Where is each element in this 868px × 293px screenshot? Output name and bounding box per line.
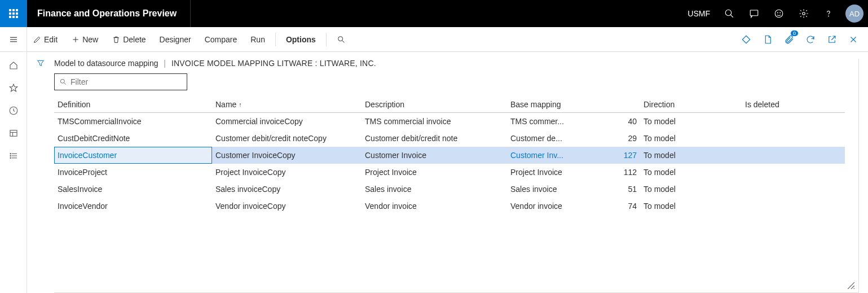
nav-toggle-button[interactable] xyxy=(0,27,27,52)
attachments-button[interactable] xyxy=(779,29,799,50)
options-button[interactable]: Options xyxy=(280,32,321,47)
app-launcher-button[interactable] xyxy=(0,0,27,27)
table-cell: To model xyxy=(640,185,742,194)
table-cell: Commercial invoiceCopy xyxy=(212,117,362,126)
hamburger-icon xyxy=(8,34,19,45)
svg-point-27 xyxy=(60,79,64,83)
search-icon xyxy=(59,78,67,86)
filter-pane-toggle[interactable] xyxy=(27,52,54,293)
table-cell: Vendor invoice xyxy=(507,202,609,211)
search-icon xyxy=(337,35,346,44)
table-cell: Sales invoice xyxy=(507,185,609,194)
company-code[interactable]: USMF xyxy=(681,9,717,18)
diamond-button[interactable] xyxy=(736,29,756,50)
table-cell: CustDebitCreditNote xyxy=(54,134,212,143)
close-button[interactable] xyxy=(843,29,863,50)
global-header: Finance and Operations Preview USMF AD xyxy=(0,0,868,27)
close-icon xyxy=(848,34,858,45)
plus-icon xyxy=(71,35,80,44)
feedback-button[interactable] xyxy=(766,0,791,27)
compare-button[interactable]: Compare xyxy=(199,32,243,47)
filter-input[interactable] xyxy=(71,77,182,86)
col-definition[interactable]: Definition xyxy=(54,100,212,109)
trash-icon xyxy=(112,35,121,44)
svg-point-4 xyxy=(777,12,778,13)
nav-recent[interactable] xyxy=(0,99,27,122)
avatar[interactable]: AD xyxy=(845,5,863,23)
run-label: Run xyxy=(250,35,265,44)
waffle-icon xyxy=(9,9,18,18)
pencil-icon xyxy=(33,35,42,44)
table-cell: Sales invoiceCopy xyxy=(212,185,362,194)
svg-point-13 xyxy=(338,36,342,41)
settings-button[interactable] xyxy=(791,0,816,27)
table-cell: Vendor invoiceCopy xyxy=(212,202,362,211)
table-row[interactable]: SalesInvoiceSales invoiceCopySales invoi… xyxy=(54,181,845,198)
resize-icon xyxy=(847,282,855,290)
svg-point-0 xyxy=(725,10,732,16)
table-cell: To model xyxy=(640,117,742,126)
col-is-deleted[interactable]: Is deleted xyxy=(742,100,804,109)
diamond-icon xyxy=(741,34,751,45)
nav-favorites[interactable] xyxy=(0,77,27,99)
smiley-icon xyxy=(774,8,784,19)
table-cell: SalesInvoice xyxy=(54,185,212,194)
run-button[interactable]: Run xyxy=(245,32,271,47)
grid-header-row: Definition Name↑ Description Base mappin… xyxy=(54,96,845,113)
filter-box[interactable] xyxy=(54,73,187,90)
search-button[interactable] xyxy=(717,0,742,27)
table-cell: Customer de... xyxy=(507,134,609,143)
edit-button[interactable]: Edit xyxy=(27,32,63,47)
table-cell: To model xyxy=(640,202,742,211)
table-cell: TMS commercial invoice xyxy=(362,117,507,126)
table-cell: InvoiceProject xyxy=(54,168,212,177)
app-title: Finance and Operations Preview xyxy=(27,0,191,27)
page-button[interactable] xyxy=(757,29,778,50)
options-label: Options xyxy=(286,35,316,44)
nav-rail xyxy=(0,52,27,293)
command-bar: Edit New Delete Designer Compare Run Opt… xyxy=(0,27,868,52)
table-cell: 29 xyxy=(609,134,640,143)
separator xyxy=(326,33,327,46)
svg-point-24 xyxy=(10,154,11,155)
help-button[interactable] xyxy=(816,0,841,27)
table-cell: Project Invoice xyxy=(507,168,609,177)
edit-label: Edit xyxy=(44,35,58,44)
table-row[interactable]: TMSCommercialInvoiceCommercial invoiceCo… xyxy=(54,113,845,130)
col-direction[interactable]: Direction xyxy=(640,100,742,109)
table-cell: InvoiceCustomer xyxy=(54,147,212,164)
table-cell: To model xyxy=(640,151,742,160)
table-cell: Sales invoice xyxy=(362,185,507,194)
svg-line-28 xyxy=(64,82,65,84)
table-cell: 112 xyxy=(609,168,640,177)
delete-button[interactable]: Delete xyxy=(106,32,151,47)
col-base-mapping[interactable]: Base mapping xyxy=(507,100,609,109)
nav-modules[interactable] xyxy=(0,145,27,167)
nav-home[interactable] xyxy=(0,54,27,77)
list-icon xyxy=(8,151,19,161)
breadcrumb: Model to datasource mapping | INVOICE MO… xyxy=(54,59,845,73)
col-description[interactable]: Description xyxy=(362,100,507,109)
designer-button[interactable]: Designer xyxy=(154,32,197,47)
table-row[interactable]: InvoiceVendorVendor invoiceCopyVendor in… xyxy=(54,198,845,215)
messages-button[interactable] xyxy=(742,0,766,27)
svg-point-5 xyxy=(780,12,781,13)
data-grid: Definition Name↑ Description Base mappin… xyxy=(54,96,845,215)
table-row[interactable]: InvoiceProjectProject InvoiceCopyProject… xyxy=(54,164,845,181)
new-button[interactable]: New xyxy=(65,32,104,47)
table-row[interactable]: InvoiceCustomerCustomer InvoiceCopyCusto… xyxy=(54,147,845,164)
table-cell: Project Invoice xyxy=(362,168,507,177)
table-cell: To model xyxy=(640,134,742,143)
svg-point-26 xyxy=(10,158,11,159)
funnel-icon xyxy=(36,59,45,68)
nav-workspaces[interactable] xyxy=(0,122,27,145)
find-button[interactable] xyxy=(331,32,351,47)
table-cell: Customer debit/credit note xyxy=(362,134,507,143)
refresh-icon xyxy=(805,34,816,45)
table-row[interactable]: CustDebitCreditNoteCustomer debit/credit… xyxy=(54,130,845,147)
resize-handle[interactable] xyxy=(847,282,855,291)
popout-button[interactable] xyxy=(822,29,842,50)
col-name[interactable]: Name↑ xyxy=(212,100,362,109)
table-cell: Customer debit/credit noteCopy xyxy=(212,134,362,143)
refresh-button[interactable] xyxy=(800,29,821,50)
